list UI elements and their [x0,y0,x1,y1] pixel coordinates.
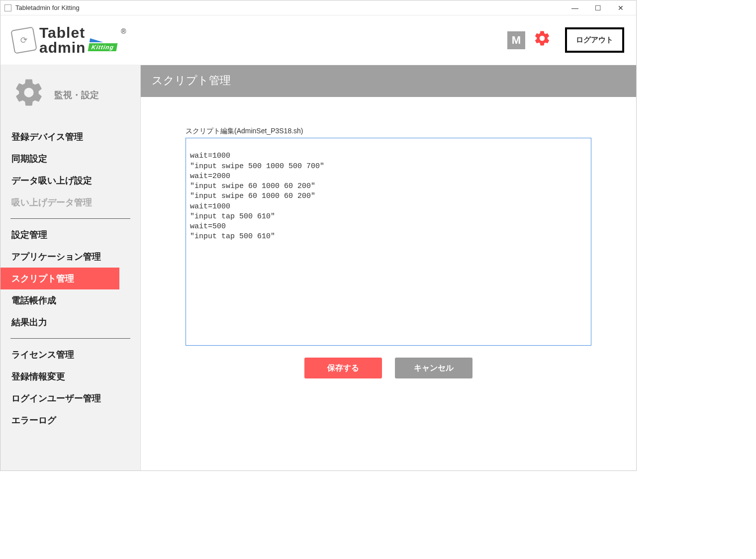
app-icon [4,4,11,11]
nav-item[interactable]: 登録情報変更 [0,366,140,387]
titlebar: Tabletadmin for Kitting — ☐ ✕ [0,0,636,15]
registered-mark: ® [121,27,126,35]
m-badge[interactable]: M [507,31,525,49]
nav-item: 吸い上げデータ管理 [0,191,140,213]
nav-divider [10,218,130,219]
nav-item[interactable]: 設定管理 [0,224,140,246]
close-button[interactable]: ✕ [609,0,632,15]
sidebar: 監視・設定 登録デバイス管理同期設定データ吸い上げ設定吸い上げデータ管理 設定管… [0,65,141,471]
nav-item[interactable]: スクリプト管理 [0,268,119,289]
nav-item[interactable]: ライセンス管理 [0,344,140,366]
content-panel: スクリプト編集(AdminSet_P3S18.sh) 保存する キャンセル [141,97,636,471]
cancel-button[interactable]: キャンセル [395,358,472,378]
sidebar-title: 監視・設定 [54,89,99,101]
gear-icon [12,76,45,114]
nav-item[interactable]: アプリケーション管理 [0,246,140,268]
page-title: スクリプト管理 [141,65,636,97]
header: ⟳ Tablet admin Kitting ® M ログアウト [0,15,636,65]
nav-item[interactable]: 登録デバイス管理 [0,126,140,148]
nav-item[interactable]: ログインユーザー管理 [0,387,140,409]
minimize-button[interactable]: — [564,0,586,15]
logo-line1: Tablet [39,25,117,40]
editor-label: スクリプト編集(AdminSet_P3S18.sh) [186,127,591,136]
window-title: Tabletadmin for Kitting [15,4,80,11]
nav-divider [10,338,130,339]
logo-line2: admin [39,40,86,55]
nav-item[interactable]: 電話帳作成 [0,289,140,311]
save-button[interactable]: 保存する [304,358,382,378]
logout-button[interactable]: ログアウト [565,27,624,53]
logo-icon: ⟳ [10,26,37,54]
sidebar-header: 監視・設定 [0,72,140,126]
nav-item[interactable]: 結果出力 [0,311,140,333]
script-editor[interactable] [186,138,591,346]
nav-item[interactable]: 同期設定 [0,148,140,170]
nav-item[interactable]: エラーログ [0,409,140,431]
main-area: スクリプト管理 スクリプト編集(AdminSet_P3S18.sh) 保存する … [141,65,636,471]
nav-item[interactable]: データ吸い上げ設定 [0,170,140,191]
logo: ⟳ Tablet admin Kitting ® [12,25,126,55]
settings-gear-icon[interactable] [533,29,551,51]
kitting-badge: Kitting [88,43,118,51]
maximize-button[interactable]: ☐ [586,0,609,15]
